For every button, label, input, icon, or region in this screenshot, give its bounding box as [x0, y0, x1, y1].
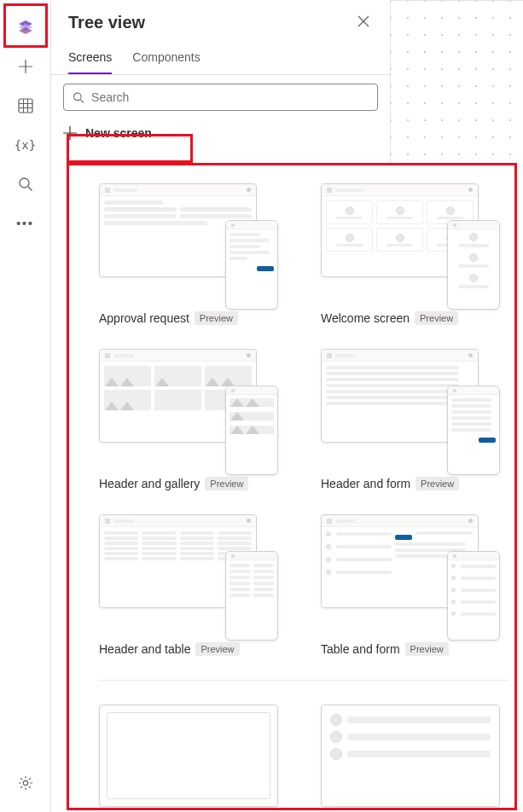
variables-icon: {x}	[15, 138, 36, 152]
plus-icon	[18, 59, 33, 74]
layers-icon	[17, 19, 34, 36]
template-title: Header and gallery	[99, 477, 200, 490]
template-header-form[interactable]: Header and form Preview	[321, 349, 508, 490]
rail-data[interactable]	[9, 89, 43, 123]
search-box[interactable]	[63, 84, 378, 111]
rail-settings[interactable]	[9, 766, 43, 800]
template-title: Approval request	[99, 311, 189, 325]
rail-more[interactable]: •••	[9, 206, 43, 241]
template-welcome-screen[interactable]: Welcome screen Preview	[321, 183, 508, 325]
plus-icon	[63, 126, 77, 140]
template-title: Header and form	[321, 477, 410, 490]
tab-screens[interactable]: Screens	[68, 44, 112, 74]
preview-badge: Preview	[415, 477, 459, 490]
template-table-form[interactable]: Table and form Preview	[321, 514, 508, 656]
preview-badge: Preview	[195, 642, 239, 656]
thumbnail	[99, 705, 278, 807]
svg-point-2	[23, 780, 27, 785]
rail-tree-view[interactable]	[9, 10, 43, 44]
panel-title: Tree view	[68, 13, 145, 32]
rail-variables[interactable]: {x}	[9, 128, 43, 162]
thumbnail	[99, 514, 278, 634]
template-list[interactable]	[321, 705, 508, 807]
gear-icon	[18, 775, 33, 791]
template-approval-request[interactable]: Approval request Preview	[99, 183, 287, 325]
svg-point-1	[20, 178, 29, 188]
search-input[interactable]	[91, 90, 369, 104]
new-screen-flyout: Approval request Preview	[67, 166, 519, 812]
thumbnail	[321, 705, 500, 807]
close-icon	[357, 15, 369, 27]
template-title: Header and table	[99, 642, 190, 656]
ellipsis-icon: •••	[16, 217, 34, 230]
close-panel-button[interactable]	[354, 12, 373, 33]
template-title: Table and form	[321, 642, 400, 656]
preview-badge: Preview	[205, 477, 248, 490]
template-header-gallery[interactable]: Header and gallery Preview	[99, 349, 287, 490]
thumbnail	[99, 183, 278, 303]
grid-icon	[18, 98, 33, 113]
preview-badge: Preview	[415, 311, 458, 325]
tab-components[interactable]: Components	[132, 44, 200, 74]
left-rail: {x} •••	[0, 0, 51, 812]
preview-badge: Preview	[195, 311, 238, 325]
thumbnail	[321, 514, 500, 634]
search-icon	[73, 91, 84, 104]
thumbnail	[99, 349, 278, 468]
thumbnail	[321, 349, 500, 468]
rail-search[interactable]	[9, 167, 43, 201]
template-header-table[interactable]: Header and table Preview	[99, 514, 287, 656]
rail-insert[interactable]	[9, 49, 43, 84]
new-screen-label: New screen	[85, 126, 152, 140]
template-blank[interactable]	[99, 705, 287, 807]
thumbnail	[321, 183, 500, 303]
template-title: Welcome screen	[321, 311, 410, 325]
search-icon	[18, 177, 33, 192]
svg-rect-0	[19, 99, 32, 113]
panel-tabs: Screens Components	[51, 38, 390, 75]
preview-badge: Preview	[405, 642, 449, 656]
svg-point-3	[74, 93, 82, 101]
new-screen-button[interactable]: New screen	[51, 119, 164, 147]
